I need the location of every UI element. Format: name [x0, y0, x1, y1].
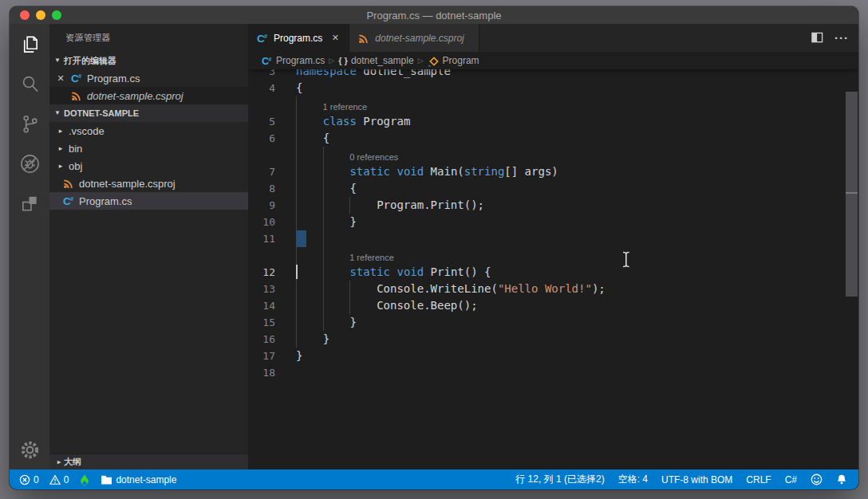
codelens-row[interactable]: 0 references [248, 147, 858, 163]
activity-bar [10, 24, 49, 470]
text-cursor [296, 265, 298, 279]
status-item-warnings[interactable]: 0 [49, 474, 69, 485]
status-item-omnisharp-flame[interactable] [79, 473, 90, 486]
close-icon[interactable]: ✕ [329, 33, 341, 43]
code-text: class Program [296, 113, 410, 130]
tree-item-label: obj [69, 160, 82, 172]
status-item-workspace[interactable]: dotnet-sample [101, 474, 176, 485]
tree-item-Program.cs[interactable]: C#Program.cs [49, 192, 248, 210]
status-item-text: CRLF [746, 474, 771, 485]
code-editor[interactable]: 3namespace dotnet_sample4{1 reference5 c… [248, 69, 858, 470]
status-item-eol[interactable]: CRLF [746, 474, 771, 485]
status-item-cursor-position[interactable]: 行 12, 列 1 (已选择2) [515, 473, 604, 486]
status-item-text: UTF-8 with BOM [661, 474, 732, 485]
tree-item-bin[interactable]: ▸bin [49, 139, 248, 157]
close-window-button[interactable] [20, 10, 30, 20]
code-line-17[interactable]: 17} [248, 348, 858, 364]
activity-bar-item-debug-disabled[interactable] [10, 143, 49, 183]
code-text: static void Main(string[] args) [296, 163, 558, 180]
indent-guide [323, 247, 324, 264]
minimize-window-button[interactable] [36, 10, 45, 20]
open-editors-section-header[interactable]: ▼ 打开的编辑器 [49, 52, 248, 69]
manage-gear-button[interactable] [10, 430, 49, 470]
svg-text:#: # [268, 56, 271, 61]
csharp-icon: C# [70, 72, 83, 84]
code-line-16[interactable]: 16 } [248, 331, 858, 348]
more-actions-button[interactable]: ··· [834, 31, 849, 45]
activity-bar-item-search[interactable] [10, 64, 49, 104]
tree-item-dotnet-sample.csproj[interactable]: dotnet-sample.csproj [49, 175, 248, 192]
line-number: 11 [248, 230, 275, 247]
code-line-6[interactable]: 6 { [248, 130, 858, 147]
status-item-notifications[interactable] [836, 473, 847, 485]
close-icon[interactable]: ✕ [54, 73, 67, 84]
code-line-15[interactable]: 15 } [248, 314, 858, 331]
chevron-right-icon: ▸ [56, 162, 65, 170]
code-text: { [296, 180, 357, 197]
code-line-13[interactable]: 13 Console.WriteLine("Hello World!"); [248, 281, 858, 297]
status-item-indentation[interactable]: 空格: 4 [618, 473, 648, 486]
chevron-down-icon: ▼ [53, 104, 62, 122]
sidebar-title: 资源管理器 [49, 24, 248, 52]
status-item-text: 空格: 4 [618, 473, 648, 486]
status-item-text: C# [785, 474, 797, 485]
codelens-row[interactable]: 1 reference [248, 96, 858, 113]
editor-group: C#Program.cs✕dotnet-sample.csproj ··· C#… [248, 24, 858, 470]
breadcrumb-item-Program.cs[interactable]: C#Program.cs [261, 55, 325, 67]
class-symbol-icon [428, 55, 440, 67]
vscode-window: Program.cs — dotnet-sample 资源管理器 ▼ 打开的编辑… [10, 6, 858, 489]
chevron-right-icon: ▸ [54, 458, 64, 466]
split-editor-button[interactable] [811, 32, 823, 44]
breadcrumb-item-Program[interactable]: Program [428, 55, 479, 67]
codelens-row[interactable]: 1 reference [248, 247, 858, 264]
folder-section-header[interactable]: ▼ DOTNET-SAMPLE [49, 104, 248, 122]
code-line-11[interactable]: 11 [248, 230, 858, 247]
line-number: 12 [248, 264, 275, 281]
activity-bar-item-explorer[interactable] [10, 24, 49, 64]
editor-scrollbar-thumb[interactable] [846, 92, 858, 297]
title-bar: Program.cs — dotnet-sample [10, 6, 858, 24]
editor-tab-dotnet-sample.csproj[interactable]: dotnet-sample.csproj [349, 24, 479, 52]
activity-bar-item-extensions[interactable] [10, 183, 49, 223]
code-line-9[interactable]: 9 Program.Print(); [248, 197, 858, 214]
open-editor-item[interactable]: ✕C#Program.cs [49, 69, 248, 87]
search-icon [19, 73, 41, 95]
rss-icon [62, 177, 75, 190]
outline-section-header[interactable]: ▸ 大纲 [49, 454, 248, 470]
editor-tab-Program.cs[interactable]: C#Program.cs✕ [248, 24, 349, 52]
outline-label: 大纲 [64, 456, 81, 468]
tree-item-obj[interactable]: ▸obj [49, 157, 248, 175]
status-item-feedback[interactable] [811, 473, 823, 485]
status-bar: 00dotnet-sample 行 12, 列 1 (已选择2)空格: 4UTF… [10, 470, 858, 489]
flame-icon [79, 473, 90, 486]
code-line-3[interactable]: 3namespace dotnet_sample [248, 69, 858, 80]
open-editor-label: Program.cs [87, 73, 140, 84]
zoom-window-button[interactable] [52, 10, 61, 20]
status-item-errors[interactable]: 0 [19, 474, 39, 485]
error-icon [19, 474, 30, 485]
code-line-5[interactable]: 5 class Program [248, 113, 858, 130]
breadcrumb-item-dotnet_sample[interactable]: { }dotnet_sample [338, 55, 413, 66]
code-line-14[interactable]: 14 Console.Beep(); [248, 297, 858, 314]
code-line-10[interactable]: 10 } [248, 214, 858, 230]
code-line-4[interactable]: 4{ [248, 80, 858, 96]
rss-icon [70, 89, 83, 102]
window-title: Program.cs — dotnet-sample [10, 10, 858, 22]
code-line-8[interactable]: 8 { [248, 180, 858, 197]
line-number: 5 [248, 113, 275, 130]
code-text: { [296, 80, 302, 96]
svg-text:#: # [70, 195, 74, 202]
csharp-icon: C# [256, 32, 269, 45]
code-line-18[interactable]: 18 [248, 364, 858, 381]
activity-bar-item-source-control[interactable] [10, 104, 49, 143]
bug-slash-icon [19, 153, 41, 175]
code-line-12[interactable]: 12 static void Print() { [248, 264, 858, 281]
status-item-language-mode[interactable]: C# [785, 474, 797, 485]
breadcrumb-label: Program [443, 55, 479, 66]
split-icon [811, 32, 823, 44]
tree-item-.vscode[interactable]: ▸.vscode [49, 122, 248, 139]
code-line-7[interactable]: 7 static void Main(string[] args) [248, 163, 858, 180]
tree-item-label: dotnet-sample.csproj [79, 178, 176, 190]
open-editor-item[interactable]: dotnet-sample.csproj [49, 87, 248, 104]
status-item-encoding[interactable]: UTF-8 with BOM [661, 474, 732, 485]
